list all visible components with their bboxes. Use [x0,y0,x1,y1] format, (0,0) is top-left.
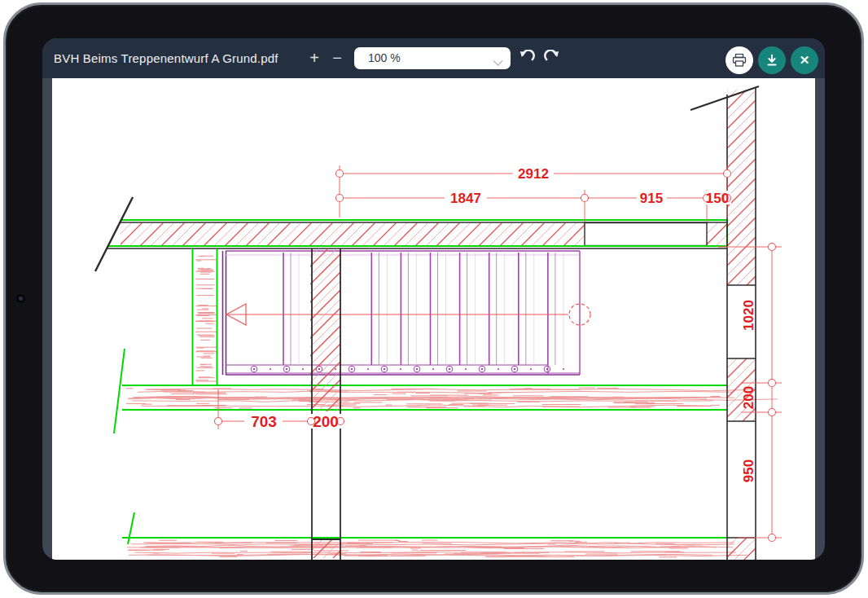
dim-label-wall: 150 [706,191,729,206]
screenshot-canvas: BVH Beims Treppenentwurf A Grund.pdf + −… [0,0,868,598]
undo-icon[interactable] [518,50,536,68]
floor-slabs [114,349,778,557]
close-button[interactable]: ✕ [791,46,818,74]
dim-label-bottom-span: 703 [251,413,277,430]
dim-label-right-lower: 950 [741,459,756,482]
dim-label-run: 1847 [450,191,481,206]
download-icon [765,53,779,68]
redo-icon[interactable] [543,50,561,68]
break-line [128,512,134,544]
break-line [95,197,133,271]
timber-wall-section [193,248,217,385]
dim-label-beam: 915 [640,191,663,206]
print-button[interactable] [726,46,753,74]
dim-label-total: 2912 [518,166,549,182]
pdf-page[interactable]: 2912 1847 915 150 1020 200 950 703 200 [52,78,815,560]
break-line [690,86,759,110]
document-title: BVH Beims Treppenentwurf A Grund.pdf [54,38,278,78]
dimension-lines: 2912 1847 915 150 1020 200 950 703 200 [215,165,783,542]
printer-icon [732,54,747,68]
zoom-level-value: 100 % [368,47,401,69]
zoom-in-button[interactable]: + [305,48,324,68]
ceiling-slab [95,197,727,271]
dim-label-right-floor: 200 [741,386,756,409]
cad-drawing: 2912 1847 915 150 1020 200 950 703 200 [52,78,815,560]
zoom-level-select[interactable]: 100 % [354,47,511,69]
zoom-out-button[interactable]: − [327,48,347,68]
pdf-viewer-toolbar: BVH Beims Treppenentwurf A Grund.pdf + −… [42,38,825,78]
dim-label-right-upper: 1020 [741,300,756,331]
download-button[interactable] [758,46,786,74]
dim-label-bottom-post: 200 [313,413,339,430]
break-line [114,349,125,433]
front-camera [16,294,25,303]
chevron-down-icon [493,55,503,70]
stair-plan [223,251,591,375]
app-screen: BVH Beims Treppenentwurf A Grund.pdf + −… [42,38,825,560]
